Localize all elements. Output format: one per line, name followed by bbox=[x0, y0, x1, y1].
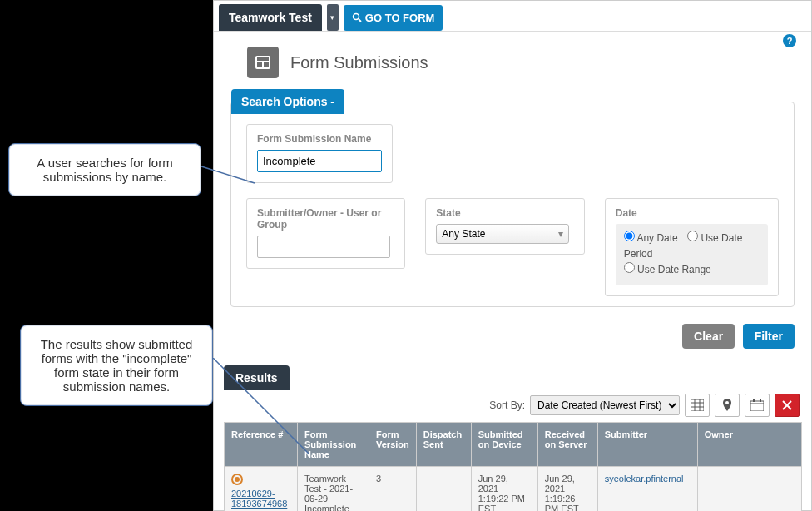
svg-rect-4 bbox=[257, 62, 262, 67]
calendar-view-button[interactable] bbox=[745, 394, 770, 417]
svg-line-19 bbox=[213, 358, 309, 454]
state-group: State Any State ▾ bbox=[425, 198, 584, 255]
close-icon bbox=[782, 400, 792, 410]
col-received[interactable]: Received on Server bbox=[537, 422, 597, 466]
callout-pointer-2 bbox=[213, 358, 313, 458]
search-actions: Clear Filter bbox=[214, 312, 811, 360]
submitter-group: Submitter/Owner - User or Group bbox=[246, 198, 405, 269]
cell-received: Jun 29, 2021 1:19:26 PM EST bbox=[537, 466, 597, 511]
reference-link[interactable]: 20210629-18193674968 bbox=[231, 489, 287, 509]
annotation-callout-2: The results show submitted forms with th… bbox=[20, 325, 213, 406]
svg-rect-5 bbox=[264, 62, 269, 67]
table-view-button[interactable] bbox=[685, 394, 710, 417]
svg-rect-6 bbox=[691, 399, 704, 411]
cell-dispatch bbox=[416, 466, 471, 511]
page-header: Form Submissions bbox=[214, 32, 811, 87]
svg-line-18 bbox=[201, 166, 255, 183]
grid-icon bbox=[691, 399, 704, 411]
pending-icon bbox=[231, 474, 243, 485]
state-label: State bbox=[436, 207, 573, 219]
sort-by-label: Sort By: bbox=[489, 399, 525, 411]
state-select[interactable]: Any State ▾ bbox=[436, 224, 569, 244]
svg-rect-12 bbox=[750, 401, 764, 411]
date-group: Date Any Date Use Date Period Use Date R… bbox=[605, 198, 779, 296]
table-row[interactable]: 20210629-18193674968 Teamwork Test - 202… bbox=[225, 466, 802, 511]
date-any-radio[interactable]: Any Date bbox=[624, 232, 678, 244]
tab-dropdown-toggle[interactable]: ▾ bbox=[327, 4, 339, 31]
date-label: Date bbox=[616, 207, 768, 219]
cell-version: 3 bbox=[369, 466, 417, 511]
pin-icon bbox=[722, 399, 732, 412]
form-tab[interactable]: Teamwork Test bbox=[219, 4, 322, 31]
cell-name: Teamwork Test - 2021-06-29 Incomplete bbox=[298, 466, 369, 511]
delete-button[interactable] bbox=[775, 394, 800, 417]
search-options-tab[interactable]: Search Options - bbox=[231, 89, 344, 114]
page-title: Form Submissions bbox=[290, 53, 428, 72]
go-to-form-button[interactable]: GO TO FORM bbox=[344, 5, 443, 31]
col-owner[interactable]: Owner bbox=[697, 422, 801, 466]
calendar-icon bbox=[750, 399, 764, 411]
search-icon bbox=[352, 12, 362, 22]
tab-label: Teamwork Test bbox=[229, 11, 312, 24]
cell-submitted: Jun 29, 2021 1:19:22 PM EST bbox=[471, 466, 537, 511]
state-value: Any State bbox=[442, 228, 485, 240]
callout-pointer-1 bbox=[201, 160, 268, 185]
svg-point-11 bbox=[725, 401, 729, 404]
chevron-down-icon: ▾ bbox=[558, 228, 563, 240]
col-version[interactable]: Form Version bbox=[369, 422, 417, 466]
tab-bar: Teamwork Test ▾ GO TO FORM bbox=[214, 1, 811, 32]
submitter-input[interactable] bbox=[257, 236, 390, 258]
sort-select[interactable]: Date Created (Newest First) bbox=[530, 395, 680, 415]
submission-name-input[interactable] bbox=[257, 150, 382, 172]
svg-rect-3 bbox=[257, 57, 269, 61]
date-options: Any Date Use Date Period Use Date Range bbox=[616, 224, 768, 285]
col-submitted[interactable]: Submitted on Device bbox=[471, 422, 537, 466]
cell-owner bbox=[697, 466, 801, 511]
submitter-link[interactable]: syeolekar.pfinternal bbox=[605, 474, 684, 484]
clear-button[interactable]: Clear bbox=[682, 324, 735, 349]
map-view-button[interactable] bbox=[715, 394, 740, 417]
col-dispatch[interactable]: Dispatch Sent bbox=[416, 422, 471, 466]
go-to-form-label: GO TO FORM bbox=[365, 12, 435, 24]
svg-line-1 bbox=[359, 19, 361, 22]
submission-name-label: Form Submission Name bbox=[257, 133, 382, 145]
form-submissions-icon bbox=[247, 47, 279, 78]
submission-name-group: Form Submission Name bbox=[246, 124, 393, 183]
annotation-callout-1: A user searches for form submissions by … bbox=[8, 143, 201, 196]
svg-point-0 bbox=[353, 14, 359, 20]
search-options-panel: Search Options - Form Submission Name Su… bbox=[230, 102, 795, 307]
date-range-radio[interactable]: Use Date Range bbox=[624, 264, 711, 275]
submitter-label: Submitter/Owner - User or Group bbox=[257, 207, 394, 231]
col-submitter[interactable]: Submitter bbox=[597, 422, 697, 466]
help-icon[interactable]: ? bbox=[783, 34, 796, 47]
filter-button[interactable]: Filter bbox=[743, 324, 795, 349]
